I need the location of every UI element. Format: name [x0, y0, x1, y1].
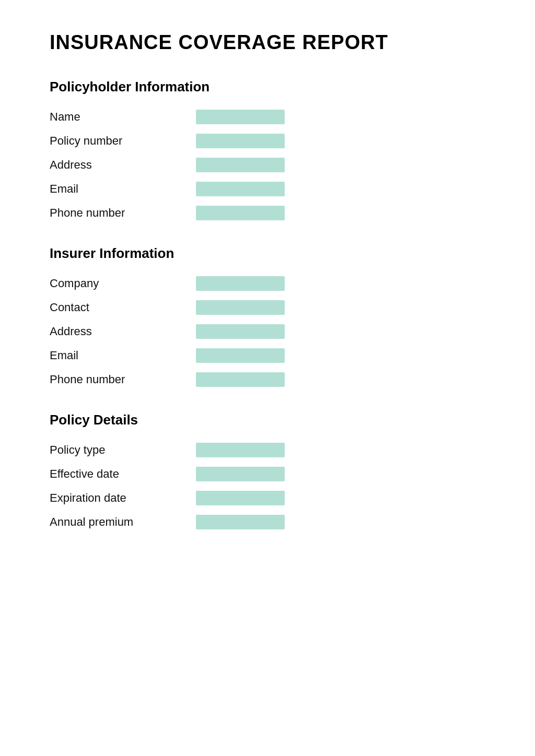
field-label: Contact [50, 301, 175, 314]
field-row: Name [50, 110, 485, 124]
field-row: Company [50, 276, 485, 291]
field-label: Email [50, 349, 175, 362]
field-row: Email [50, 348, 485, 363]
field-row: Phone number [50, 372, 485, 387]
field-row: Policy type [50, 443, 485, 457]
field-label: Policy type [50, 443, 175, 457]
field-value-box[interactable] [196, 300, 285, 315]
field-label: Effective date [50, 467, 175, 481]
field-row: Address [50, 158, 485, 172]
field-label: Expiration date [50, 491, 175, 505]
field-label: Phone number [50, 373, 175, 386]
field-value-box[interactable] [196, 206, 285, 220]
field-row: Expiration date [50, 491, 485, 505]
section-heading-policy-details: Policy Details [50, 412, 485, 428]
field-row: Phone number [50, 206, 485, 220]
field-row: Annual premium [50, 515, 485, 529]
field-value-box[interactable] [196, 324, 285, 339]
field-label: Policy number [50, 134, 175, 148]
field-value-box[interactable] [196, 515, 285, 529]
field-row: Policy number [50, 134, 485, 148]
field-value-box[interactable] [196, 158, 285, 172]
field-value-box[interactable] [196, 348, 285, 363]
field-value-box[interactable] [196, 276, 285, 291]
field-value-box[interactable] [196, 134, 285, 148]
section-policyholder: Policyholder InformationNamePolicy numbe… [50, 79, 485, 220]
section-policy-details: Policy DetailsPolicy typeEffective dateE… [50, 412, 485, 529]
section-heading-policyholder: Policyholder Information [50, 79, 485, 95]
field-label: Company [50, 277, 175, 290]
field-label: Phone number [50, 206, 175, 220]
field-label: Name [50, 110, 175, 124]
field-value-box[interactable] [196, 372, 285, 387]
field-value-box[interactable] [196, 182, 285, 196]
field-row: Address [50, 324, 485, 339]
field-row: Effective date [50, 467, 485, 481]
page-title: INSURANCE COVERAGE REPORT [50, 31, 485, 54]
section-insurer: Insurer InformationCompanyContactAddress… [50, 245, 485, 387]
field-value-box[interactable] [196, 491, 285, 505]
field-label: Address [50, 158, 175, 172]
field-value-box[interactable] [196, 443, 285, 457]
field-label: Address [50, 325, 175, 338]
field-row: Contact [50, 300, 485, 315]
field-label: Annual premium [50, 515, 175, 529]
field-row: Email [50, 182, 485, 196]
field-label: Email [50, 182, 175, 196]
section-heading-insurer: Insurer Information [50, 245, 485, 262]
field-value-box[interactable] [196, 110, 285, 124]
field-value-box[interactable] [196, 467, 285, 481]
